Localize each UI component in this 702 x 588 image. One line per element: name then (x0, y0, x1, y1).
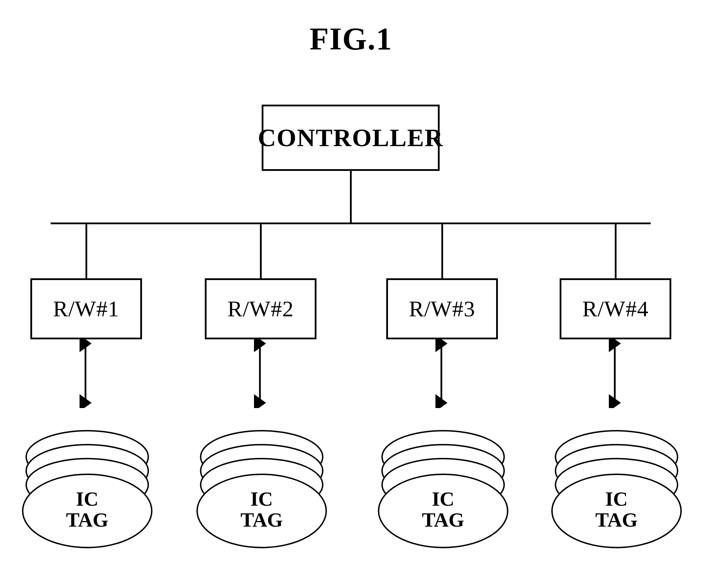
line-bus-rw3 (441, 223, 443, 278)
rw-label-3: R/W#3 (409, 296, 475, 322)
ictag-group-3: IC TAG (375, 403, 511, 558)
svg-text:IC: IC (432, 488, 454, 510)
rw-label-4: R/W#4 (582, 296, 649, 322)
controller-label: CONTROLLER (258, 123, 443, 152)
line-bus-rw4 (615, 223, 617, 278)
rw-box-1: R/W#1 (30, 278, 142, 339)
svg-text:TAG: TAG (66, 508, 108, 531)
rw-label-2: R/W#2 (227, 296, 294, 322)
svg-text:TAG: TAG (240, 508, 283, 531)
ictag-group-2: IC TAG (194, 403, 330, 558)
svg-text:TAG: TAG (595, 508, 637, 531)
svg-text:IC: IC (251, 488, 273, 510)
rw-label-1: R/W#1 (53, 296, 119, 322)
line-bus-rw1 (85, 223, 87, 278)
figure-title: FIG.1 (0, 21, 702, 57)
arrow-4 (601, 338, 629, 408)
ictag-group-1: IC TAG (19, 403, 155, 558)
diagram: FIG.1 CONTROLLER R/W#1 R/W#2 R/W#3 R/W#4 (0, 0, 702, 588)
svg-text:TAG: TAG (422, 508, 464, 531)
rw-box-3: R/W#3 (386, 278, 498, 339)
line-controller-to-bus (350, 171, 352, 223)
arrow-1 (72, 338, 99, 408)
bus-line (51, 223, 651, 224)
svg-text:IC: IC (605, 488, 628, 510)
rw-box-2: R/W#2 (205, 278, 316, 339)
line-bus-rw2 (260, 223, 262, 278)
arrow-3 (427, 338, 455, 408)
controller-box: CONTROLLER (262, 105, 440, 171)
arrow-2 (246, 338, 274, 408)
svg-text:IC: IC (76, 488, 98, 510)
ictag-group-4: IC TAG (548, 403, 685, 558)
rw-box-4: R/W#4 (560, 278, 671, 339)
